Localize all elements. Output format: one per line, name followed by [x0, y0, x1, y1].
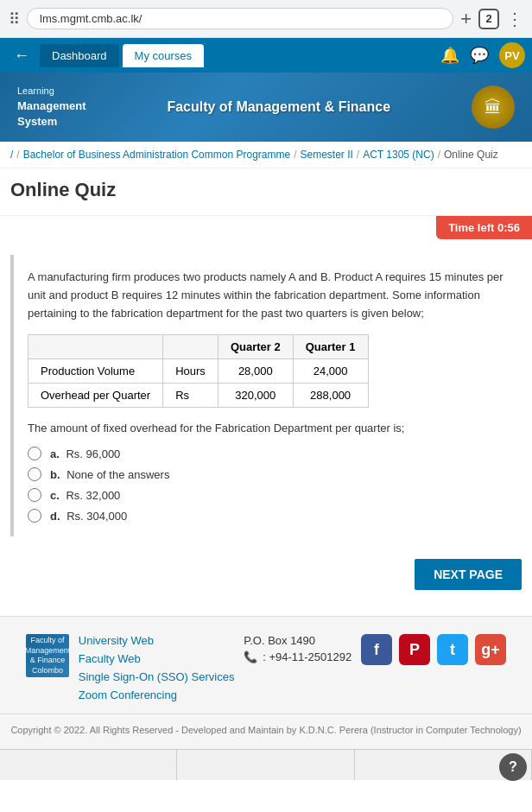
breadcrumb: / / Bachelor of Business Administration … [0, 142, 532, 168]
lms-logo: Learning Management System [17, 85, 86, 130]
option-b-radio[interactable] [28, 467, 41, 481]
twitter-icon[interactable]: t [437, 634, 468, 665]
googleplus-icon[interactable]: g+ [475, 634, 506, 665]
option-a-label[interactable]: a. Rs. 96,000 [50, 447, 120, 460]
address-bar: ⠿ + 2 ⋮ [0, 0, 532, 38]
footer-links: University Web Faculty Web Single Sign-O… [79, 634, 235, 701]
next-btn-row: NEXT PAGE [0, 550, 532, 599]
footer: Faculty of Management & Finance Colombo … [0, 616, 532, 749]
footer-social: f P t g+ [361, 634, 506, 665]
logo-line3: System [17, 114, 86, 130]
tab-dashboard[interactable]: Dashboard [40, 44, 119, 67]
breadcrumb-semester[interactable]: Semester II [301, 149, 353, 161]
col-header-2 [163, 335, 218, 359]
sub-question-text: The amount of fixed overhead for the Fab… [28, 422, 508, 435]
option-d-letter: d. [50, 510, 60, 523]
timer-badge: Time left 0:56 [436, 216, 532, 239]
option-c-letter: c. [50, 489, 60, 502]
option-b-label[interactable]: b. None of the answers [50, 468, 169, 481]
option-a-radio[interactable] [28, 447, 41, 460]
footer-link-zoom[interactable]: Zoom Conferencing [79, 688, 235, 701]
option-d-label[interactable]: d. Rs. 304,000 [50, 510, 127, 523]
breadcrumb-course[interactable]: ACT 1305 (NC) [363, 149, 434, 161]
footer-contact: P.O. Box 1490 📞 : +94-11-2501292 [244, 634, 352, 663]
list-item: d. Rs. 304,000 [28, 509, 508, 523]
table-cell-row2-col2: Rs [163, 384, 218, 408]
option-a-text: Rs. 96,000 [66, 447, 120, 460]
breadcrumb-home[interactable]: / [10, 149, 13, 161]
page-title: Online Quiz [0, 168, 532, 216]
table-cell-row1-col2: Hours [163, 359, 218, 384]
help-button[interactable]: ? [499, 753, 527, 780]
list-item: c. Rs. 32,000 [28, 488, 508, 502]
table-row: Overhead per Quarter Rs 320,000 288,000 [28, 384, 369, 408]
back-button[interactable]: ← [7, 43, 36, 68]
list-item: b. None of the answers [28, 467, 508, 481]
footer-link-sso[interactable]: Single Sign-On (SSO) Services [79, 670, 235, 683]
footer-logo-area: Faculty of Management & Finance Colombo [26, 634, 69, 677]
chat-icon[interactable]: 💬 [470, 46, 489, 65]
footer-logo-text: Faculty of Management & Finance Colombo [25, 636, 71, 676]
tab-count-badge[interactable]: 2 [478, 9, 499, 29]
table-cell-row2-col1: Overhead per Quarter [28, 384, 163, 408]
quiz-container: Time left 0:56 A manufacturing firm prod… [0, 216, 532, 616]
option-c-text: Rs. 32,000 [66, 489, 120, 502]
next-page-button[interactable]: NEXT PAGE [415, 559, 522, 590]
new-tab-button[interactable]: + [460, 8, 472, 30]
logo-line2: Management [17, 98, 86, 114]
faculty-title: Faculty of Management & Finance [86, 99, 472, 115]
col-header-quarter2: Quarter 2 [218, 335, 293, 359]
nav-bar: ← Dashboard My courses 🔔 💬 PV [0, 38, 532, 73]
tab-my-courses[interactable]: My courses [123, 44, 204, 67]
logo-line1: Learning [17, 85, 86, 98]
option-b-letter: b. [50, 468, 60, 481]
avatar[interactable]: PV [499, 42, 525, 68]
footer-inner: Faculty of Management & Finance Colombo … [0, 634, 532, 701]
facebook-icon[interactable]: f [361, 634, 392, 665]
bell-icon[interactable]: 🔔 [440, 46, 459, 65]
university-emblem: 🏛 [472, 86, 515, 129]
option-c-radio[interactable] [28, 488, 41, 502]
footer-logo: Faculty of Management & Finance Colombo [26, 634, 69, 677]
footer-phone: : +94-11-2501292 [263, 650, 352, 663]
col-header-quarter1: Quarter 1 [293, 335, 368, 359]
table-cell-row1-col3: 28,000 [218, 359, 293, 384]
question-block: A manufacturing firm produces two produc… [10, 255, 522, 536]
table-cell-row2-col3: 320,000 [218, 384, 293, 408]
timer-row: Time left 0:56 [0, 216, 532, 246]
footer-link-university[interactable]: University Web [79, 634, 235, 647]
breadcrumb-programme[interactable]: Bachelor of Business Administration Comm… [23, 149, 290, 161]
question-text: A manufacturing firm produces two produc… [28, 269, 508, 322]
browser-menu-icon[interactable]: ⠿ [9, 10, 20, 29]
breadcrumb-current: Online Quiz [444, 149, 498, 161]
footer-copyright: Copyright © 2022. All Rights Reserved - … [0, 714, 532, 740]
footer-pobox: P.O. Box 1490 [244, 634, 352, 647]
table-cell-row1-col4: 24,000 [293, 359, 368, 384]
header-banner: Learning Management System Faculty of Ma… [0, 73, 532, 142]
more-options-button[interactable]: ⋮ [506, 9, 523, 29]
option-d-text: Rs. 304,000 [66, 510, 127, 523]
col-header-1 [28, 335, 163, 359]
phone-icon: 📞 [244, 650, 257, 663]
option-a-letter: a. [50, 447, 60, 460]
url-input[interactable] [27, 8, 453, 29]
bottom-tab-2[interactable] [177, 750, 354, 780]
bottom-tab-1[interactable] [0, 750, 177, 780]
list-item: a. Rs. 96,000 [28, 447, 508, 460]
pinterest-icon[interactable]: P [399, 634, 430, 665]
data-table: Quarter 2 Quarter 1 Production Volume Ho… [28, 334, 369, 408]
footer-link-faculty[interactable]: Faculty Web [79, 652, 235, 665]
footer-phone-row: 📞 : +94-11-2501292 [244, 650, 352, 663]
option-d-radio[interactable] [28, 509, 41, 523]
table-cell-row2-col4: 288,000 [293, 384, 368, 408]
table-cell-row1-col1: Production Volume [28, 359, 163, 384]
options-list: a. Rs. 96,000 b. None of the answers c. … [28, 447, 508, 523]
option-c-label[interactable]: c. Rs. 32,000 [50, 489, 120, 502]
option-b-text: None of the answers [66, 468, 169, 481]
bottom-tabs [0, 749, 532, 780]
table-row: Production Volume Hours 28,000 24,000 [28, 359, 369, 384]
